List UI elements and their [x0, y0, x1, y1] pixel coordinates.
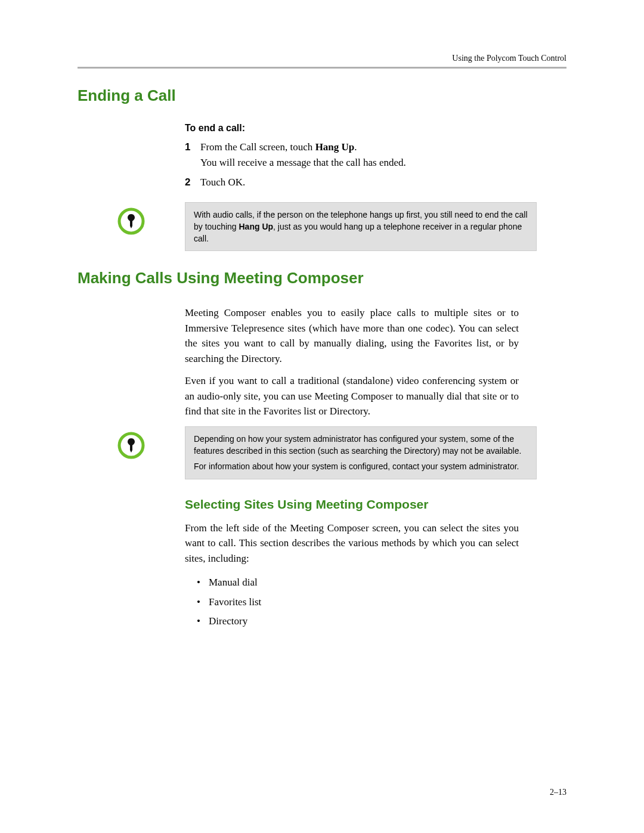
lead-to-end-a-call: To end a call: [185, 123, 519, 134]
end-call-steps: 1 From the Call screen, touch Hang Up. Y… [185, 140, 519, 190]
paragraph: Even if you want to call a traditional (… [185, 373, 519, 419]
paragraph: Meeting Composer enables you to easily p… [185, 305, 519, 366]
page-number: 2–13 [550, 788, 566, 797]
note-block: With audio calls, if the person on the t… [78, 202, 566, 252]
note-text: Depending on how your system administrat… [194, 433, 528, 457]
bold-text: Hang Up [239, 222, 274, 231]
note-icon-column [78, 202, 185, 236]
list-item: Directory [197, 612, 519, 631]
note-box: With audio calls, if the person on the t… [185, 202, 537, 252]
heading-selecting-sites: Selecting Sites Using Meeting Composer [185, 497, 519, 512]
note-block: Depending on how your system administrat… [78, 426, 566, 479]
header-rule [78, 67, 566, 69]
running-header: Using the Polycom Touch Control [78, 54, 566, 63]
heading-ending-a-call: Ending a Call [78, 86, 566, 105]
step-text: From the Call screen, touch Hang Up. You… [200, 140, 519, 170]
pin-icon [117, 207, 145, 236]
paragraph: From the left side of the Meeting Compos… [185, 521, 519, 566]
text: From the Call screen, touch [200, 141, 315, 153]
bold-text: Hang Up [315, 141, 355, 153]
text: You will receive a message that the call… [200, 157, 406, 168]
step-number: 2 [185, 175, 200, 190]
section2-body: Meeting Composer enables you to easily p… [185, 305, 519, 419]
step-number: 1 [185, 140, 200, 170]
text: . [354, 141, 357, 153]
list-item: 2 Touch OK. [185, 175, 519, 190]
list-item: Manual dial [197, 573, 519, 592]
step-text: Touch OK. [200, 175, 519, 190]
note-box: Depending on how your system administrat… [185, 426, 537, 479]
pin-icon [117, 431, 145, 460]
document-page: Using the Polycom Touch Control Ending a… [0, 0, 644, 833]
section3-body: Selecting Sites Using Meeting Composer F… [185, 497, 519, 631]
heading-meeting-composer: Making Calls Using Meeting Composer [78, 269, 566, 287]
note-icon-column [78, 426, 185, 460]
section1-body: To end a call: 1 From the Call screen, t… [185, 123, 519, 190]
note-text: With audio calls, if the person on the t… [194, 209, 528, 245]
list-item: 1 From the Call screen, touch Hang Up. Y… [185, 140, 519, 170]
methods-list: Manual dial Favorites list Directory [197, 573, 519, 631]
list-item: Favorites list [197, 593, 519, 612]
note-text: For information about how your system is… [194, 460, 528, 472]
